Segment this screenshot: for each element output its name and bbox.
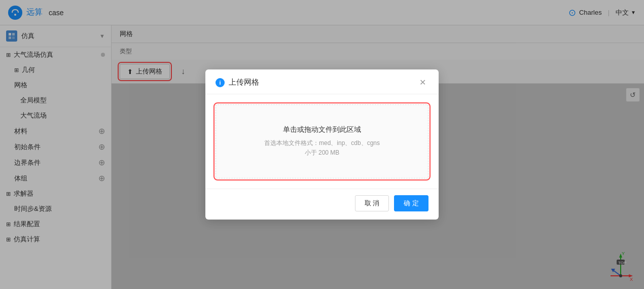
drop-zone-main-text: 单击或拖动文件到此区域 bbox=[283, 125, 361, 134]
drop-zone[interactable]: 单击或拖动文件到此区域 首选本地文件格式：med、inp、cdb、cgns 小于… bbox=[216, 104, 428, 178]
confirm-button[interactable]: 确 定 bbox=[394, 195, 428, 211]
cancel-button[interactable]: 取 消 bbox=[355, 195, 389, 211]
modal-overlay: i 上传网格 ✕ 单击或拖动文件到此区域 首选本地文件格式：med、inp、cd… bbox=[0, 0, 644, 289]
modal-info-icon: i bbox=[216, 78, 225, 87]
modal-footer: 取 消 确 定 bbox=[205, 189, 439, 220]
modal-body: 单击或拖动文件到此区域 首选本地文件格式：med、inp、cdb、cgns 小于… bbox=[205, 94, 439, 189]
modal-header: i 上传网格 ✕ bbox=[205, 69, 439, 94]
drop-zone-sub-line2: 小于 200 MB bbox=[305, 149, 340, 156]
modal-title: 上传网格 bbox=[229, 78, 412, 87]
drop-zone-sub-line1: 首选本地文件格式：med、inp、cdb、cgns bbox=[264, 139, 380, 147]
drop-zone-sub-text: 首选本地文件格式：med、inp、cdb、cgns 小于 200 MB bbox=[264, 138, 380, 158]
upload-modal: i 上传网格 ✕ 单击或拖动文件到此区域 首选本地文件格式：med、inp、cd… bbox=[205, 69, 439, 220]
modal-close-button[interactable]: ✕ bbox=[416, 77, 428, 89]
